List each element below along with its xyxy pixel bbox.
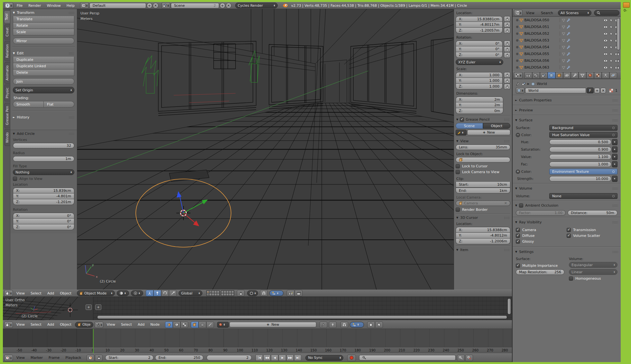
node-snap-element-dropdown[interactable]: ▲▼ — [350, 322, 364, 328]
rotation-field[interactable]: Z:0° — [13, 224, 74, 230]
lock-icon[interactable] — [504, 72, 510, 78]
screen-layout-icon-button[interactable]: ▲▼ — [80, 2, 89, 9]
toolshelf-tab[interactable]: Windo — [5, 129, 10, 146]
material-tab-icon[interactable] — [586, 72, 594, 79]
vertical-scrollbar[interactable] — [507, 298, 511, 314]
record-button[interactable] — [347, 355, 356, 361]
object-name[interactable]: BALDOSA.055 — [524, 52, 558, 56]
set-origin-dropdown[interactable]: Set Origin▲▼ — [13, 87, 74, 93]
compositing-nodes-toggle[interactable] — [173, 322, 181, 328]
ray-checkbox[interactable] — [516, 228, 520, 232]
cursor-field[interactable]: X:15.8388cm — [456, 227, 510, 233]
custom-properties-panel-header[interactable]: ►Custom Properties — [513, 97, 621, 104]
translate-manipulator-toggle[interactable] — [153, 290, 161, 296]
strength-socket-button[interactable] — [612, 176, 617, 182]
delete-keyframe-button[interactable] — [465, 355, 473, 361]
visibility-eye-icon[interactable] — [603, 66, 608, 69]
local-camera-field[interactable]: Camera ✕ — [456, 201, 510, 206]
menu-item[interactable]: Render — [25, 4, 44, 8]
join-button[interactable]: Join — [13, 78, 74, 85]
scale-field[interactable]: Z:1.000 — [456, 84, 510, 89]
cursor-field[interactable]: Z:-1.2006m — [456, 238, 510, 244]
current-frame-line[interactable] — [93, 329, 94, 353]
node-snap-magnet-toggle[interactable] — [340, 322, 348, 328]
copy-nodes-button[interactable] — [367, 322, 375, 328]
toolshelf-tab[interactable]: Animatio — [5, 62, 10, 84]
lock-icon[interactable] — [504, 78, 510, 84]
radius-slider[interactable]: 1m — [13, 156, 74, 162]
fake-user-button[interactable]: F — [587, 88, 594, 93]
cursor-panel-header[interactable]: ▼3D Cursor — [456, 215, 510, 221]
renderability-camera-icon[interactable] — [615, 59, 619, 62]
value-socket-button[interactable] — [612, 154, 617, 160]
menu-item[interactable]: Add — [135, 322, 147, 327]
expand-panel-button[interactable]: + — [95, 304, 101, 310]
paste-nodes-button[interactable] — [375, 322, 383, 328]
menu-item[interactable]: View — [14, 356, 28, 360]
add-layout-button[interactable]: + — [147, 3, 152, 8]
editor-type-properties-button[interactable]: ▲▼ — [514, 72, 523, 79]
translate-manipulator[interactable] — [177, 191, 208, 226]
ao-distance-field[interactable]: Distance:50m — [568, 210, 617, 216]
expand-icon[interactable]: ⊕ — [516, 59, 518, 62]
layers-group-1[interactable] — [206, 290, 220, 296]
lock-to-cursor-checkbox[interactable] — [456, 164, 460, 168]
toolshelf-tab[interactable]: Grease Pen — [5, 103, 10, 128]
transform-panel-header[interactable]: ▼Transform — [10, 9, 77, 16]
visibility-eye-icon[interactable] — [603, 25, 608, 29]
menu-item[interactable]: Select — [28, 291, 44, 295]
material-icon-dropdown[interactable]: ▲▼ — [217, 322, 229, 328]
lock-camera-checkbox[interactable] — [456, 170, 460, 174]
rotation-field[interactable]: X:0° — [456, 41, 510, 46]
playback-button[interactable]: ◀ — [271, 355, 278, 361]
constraints-tab-icon[interactable] — [563, 72, 571, 79]
timeline-ruler[interactable]: -50-40-30-20-100102030405060708090100110… — [3, 347, 512, 354]
outliner-row[interactable]: ⊕ BALDOSA.052 ┊ — [513, 30, 621, 37]
render-border-checkbox[interactable] — [456, 208, 460, 212]
expand-icon[interactable]: ⊕ — [516, 66, 518, 69]
editor-type-3dview-button[interactable]: ▲▼ — [4, 322, 13, 328]
world-tab-icon[interactable] — [548, 72, 555, 79]
multiple-importance-checkbox[interactable] — [516, 264, 520, 268]
linestyle-shader-toggle[interactable] — [206, 322, 214, 328]
toolshelf-tab[interactable]: Tool — [4, 10, 10, 23]
pin-icon[interactable] — [516, 82, 520, 86]
gp-new-button[interactable]: +New — [467, 130, 510, 135]
world-name-field[interactable]: World — [525, 88, 586, 93]
menu-item[interactable]: Playback — [62, 356, 84, 360]
visibility-eye-icon[interactable] — [603, 39, 608, 42]
item-panel-header[interactable]: ▼Item — [456, 247, 510, 253]
expand-panel-button[interactable]: + — [86, 304, 92, 310]
physics-tab-icon[interactable] — [609, 72, 617, 79]
surface-shader-button[interactable]: Background — [549, 125, 617, 131]
ray-checkbox[interactable] — [516, 234, 520, 238]
lock-range-toggle[interactable] — [95, 355, 103, 361]
selectability-cursor-icon[interactable] — [610, 18, 613, 22]
expand-icon[interactable]: ⊕ — [516, 25, 518, 29]
ao-checkbox[interactable] — [519, 203, 523, 208]
ao-panel-header[interactable]: ▼Ambient Occlusion — [513, 202, 621, 209]
ao-factor-slider[interactable]: Factor:1.00 — [516, 210, 566, 216]
texture-tab-icon[interactable] — [594, 72, 602, 79]
menu-item[interactable]: Select — [118, 322, 135, 327]
viewport-3d[interactable]: xy User Persp Meters (2) Circle — [77, 9, 454, 290]
snap-element-dropdown[interactable]: ▲▼ — [269, 290, 283, 296]
edit-button[interactable]: Duplicate — [13, 57, 74, 63]
lock-icon[interactable] — [504, 52, 510, 58]
unlink-world-button[interactable]: ✕ — [600, 88, 606, 93]
visibility-eye-icon[interactable] — [603, 59, 608, 62]
add-scene-button[interactable]: + — [220, 3, 225, 8]
saturation-socket-button[interactable] — [612, 146, 617, 153]
clip-end-field[interactable]: End:1km — [456, 188, 510, 193]
shader-nodes-toggle[interactable] — [165, 322, 173, 328]
world-browse-button[interactable]: ▲▼ — [516, 87, 524, 94]
delete-scene-button[interactable]: ✕ — [226, 3, 231, 8]
volume-panel-header[interactable]: ▼Volume — [513, 185, 621, 192]
horizontal-scrollbar[interactable] — [97, 315, 507, 319]
viewport-ortho-small[interactable]: User Ortho Meters (2) Circle + — [3, 297, 93, 320]
render-tab-icon[interactable] — [524, 72, 532, 79]
align-to-view-checkbox[interactable] — [13, 177, 17, 181]
editor-type-timeline-button[interactable]: ▲▼ — [4, 355, 13, 361]
transform-button[interactable]: Rotate — [13, 23, 74, 29]
grease-pencil-checkbox[interactable] — [460, 117, 464, 122]
